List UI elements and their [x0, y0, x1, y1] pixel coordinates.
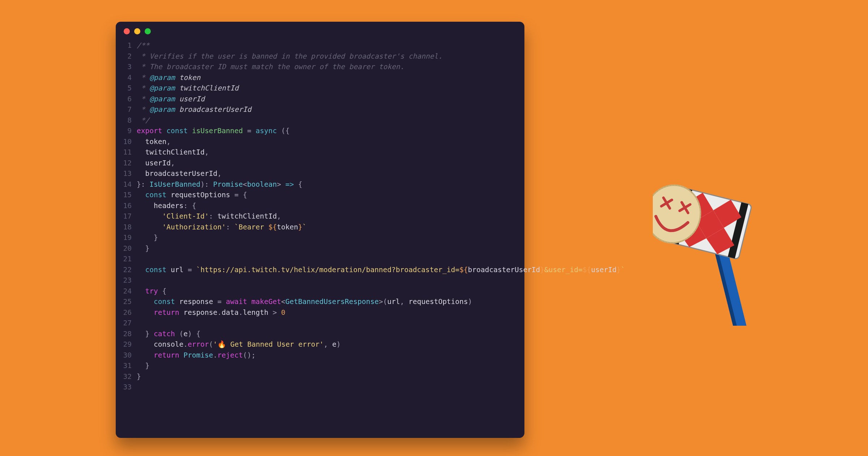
- code-line[interactable]: 29 console.error('🔥 Get Banned User erro…: [116, 339, 524, 350]
- line-number: 16: [116, 200, 137, 211]
- code-content[interactable]: 'Authorization': `Bearer ${token}`: [137, 222, 307, 233]
- code-line[interactable]: 4 * @param token: [116, 72, 524, 83]
- code-line[interactable]: 20 }: [116, 243, 524, 254]
- code-line[interactable]: 8 */: [116, 115, 524, 126]
- code-line[interactable]: 6 * @param userId: [116, 94, 524, 105]
- line-number: 22: [116, 265, 137, 275]
- code-line[interactable]: 22 const url = `https://api.twitch.tv/he…: [116, 265, 524, 275]
- code-line[interactable]: 31 }: [116, 360, 524, 371]
- line-number: 10: [116, 136, 137, 147]
- code-line[interactable]: 25 const response = await makeGet<GetBan…: [116, 296, 524, 307]
- line-number: 14: [116, 179, 137, 190]
- titlebar: [116, 28, 524, 34]
- code-line[interactable]: 7 * @param broadcasterUserId: [116, 104, 524, 115]
- line-number: 8: [116, 115, 137, 126]
- code-content[interactable]: try {: [137, 286, 166, 297]
- code-line[interactable]: 9export const isUserBanned = async ({: [116, 126, 524, 136]
- line-number: 25: [116, 296, 137, 307]
- code-content[interactable]: * @param userId: [137, 94, 205, 105]
- code-content[interactable]: * @param twitchClientId: [137, 83, 239, 94]
- code-line[interactable]: 14}: IsUserBanned): Promise<boolean> => …: [116, 179, 524, 190]
- code-content[interactable]: /**: [137, 40, 149, 51]
- code-content[interactable]: * Verifies if the user is banned in the …: [137, 51, 442, 62]
- code-content[interactable]: return response.data.length > 0: [137, 307, 285, 318]
- code-editor[interactable]: 1/**2 * Verifies if the user is banned i…: [116, 40, 524, 393]
- code-line[interactable]: 1/**: [116, 40, 524, 51]
- code-content[interactable]: return Promise.reject();: [137, 350, 256, 361]
- code-line[interactable]: 32}: [116, 371, 524, 382]
- line-number: 13: [116, 168, 137, 179]
- line-number: 4: [116, 72, 137, 83]
- code-line[interactable]: 23: [116, 275, 524, 286]
- line-number: 7: [116, 104, 137, 115]
- line-number: 9: [116, 126, 137, 136]
- line-number: 12: [116, 158, 137, 169]
- code-content[interactable]: 'Client-Id': twitchClientId,: [137, 211, 281, 222]
- code-line[interactable]: 10 token,: [116, 136, 524, 147]
- code-content[interactable]: broadcasterUserId,: [137, 168, 222, 179]
- code-line[interactable]: 11 twitchClientId,: [116, 147, 524, 158]
- line-number: 31: [116, 360, 137, 371]
- line-number: 11: [116, 147, 137, 158]
- code-line[interactable]: 30 return Promise.reject();: [116, 350, 524, 361]
- code-line[interactable]: 2 * Verifies if the user is banned in th…: [116, 51, 524, 62]
- code-line[interactable]: 16 headers: {: [116, 200, 524, 211]
- line-number: 29: [116, 339, 137, 350]
- line-number: 1: [116, 40, 137, 51]
- line-number: 2: [116, 51, 137, 62]
- line-number: 3: [116, 62, 137, 72]
- line-number: 6: [116, 94, 137, 105]
- line-number: 32: [116, 371, 137, 382]
- code-window: 1/**2 * Verifies if the user is banned i…: [116, 22, 524, 438]
- line-number: 5: [116, 83, 137, 94]
- code-line[interactable]: 5 * @param twitchClientId: [116, 83, 524, 94]
- line-number: 30: [116, 350, 137, 361]
- code-content[interactable]: console.error('🔥 Get Banned User error',…: [137, 339, 341, 350]
- line-number: 18: [116, 222, 137, 233]
- code-content[interactable]: userId,: [137, 158, 175, 169]
- code-line[interactable]: 21: [116, 254, 524, 265]
- code-line[interactable]: 15 const requestOptions = {: [116, 190, 524, 200]
- code-content[interactable]: * The broadcaster ID must match the owne…: [137, 62, 404, 72]
- code-content[interactable]: token,: [137, 136, 171, 147]
- code-line[interactable]: 28 } catch (e) {: [116, 329, 524, 339]
- line-number: 17: [116, 211, 137, 222]
- maximize-icon[interactable]: [145, 28, 151, 34]
- code-line[interactable]: 26 return response.data.length > 0: [116, 307, 524, 318]
- code-content[interactable]: * @param token: [137, 72, 200, 83]
- code-content[interactable]: headers: {: [137, 200, 196, 211]
- code-content[interactable]: const requestOptions = {: [137, 190, 247, 200]
- code-line[interactable]: 24 try {: [116, 286, 524, 297]
- line-number: 28: [116, 329, 137, 339]
- code-content[interactable]: }: [137, 371, 141, 382]
- code-content[interactable]: * @param broadcasterUserId: [137, 104, 251, 115]
- mallet-illustration: [653, 174, 772, 326]
- line-number: 23: [116, 275, 137, 286]
- close-icon[interactable]: [124, 28, 130, 34]
- code-line[interactable]: 33: [116, 382, 524, 393]
- code-content[interactable]: }: [137, 360, 149, 371]
- code-content[interactable]: const response = await makeGet<GetBanned…: [137, 296, 472, 307]
- code-line[interactable]: 13 broadcasterUserId,: [116, 168, 524, 179]
- line-number: 27: [116, 318, 137, 329]
- code-line[interactable]: 18 'Authorization': `Bearer ${token}`: [116, 222, 524, 233]
- code-content[interactable]: }: IsUserBanned): Promise<boolean> => {: [137, 179, 302, 190]
- minimize-icon[interactable]: [134, 28, 140, 34]
- code-content[interactable]: */: [137, 115, 149, 126]
- line-number: 26: [116, 307, 137, 318]
- code-content[interactable]: }: [137, 232, 158, 243]
- code-content[interactable]: } catch (e) {: [137, 329, 200, 339]
- code-line[interactable]: 27: [116, 318, 524, 329]
- code-line[interactable]: 19 }: [116, 232, 524, 243]
- line-number: 15: [116, 190, 137, 200]
- code-content[interactable]: }: [137, 243, 149, 254]
- code-line[interactable]: 3 * The broadcaster ID must match the ow…: [116, 62, 524, 72]
- code-content[interactable]: export const isUserBanned = async ({: [137, 126, 290, 136]
- code-line[interactable]: 12 userId,: [116, 158, 524, 169]
- code-content[interactable]: const url = `https://api.twitch.tv/helix…: [137, 265, 625, 275]
- line-number: 24: [116, 286, 137, 297]
- code-content[interactable]: twitchClientId,: [137, 147, 209, 158]
- line-number: 21: [116, 254, 137, 265]
- line-number: 20: [116, 243, 137, 254]
- code-line[interactable]: 17 'Client-Id': twitchClientId,: [116, 211, 524, 222]
